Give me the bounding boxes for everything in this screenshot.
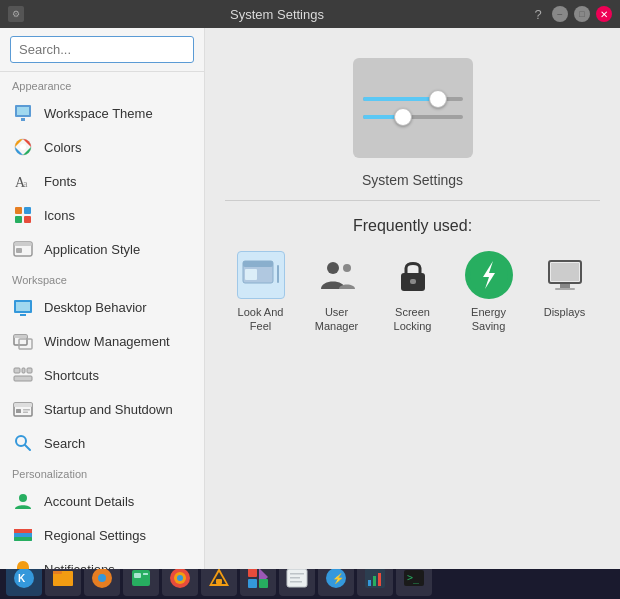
sidebar-item-startup-shutdown-label: Startup and Shutdown xyxy=(44,402,173,417)
freq-item-screen-locking[interactable]: Screen Locking xyxy=(383,251,443,334)
window-icon xyxy=(12,330,34,352)
svg-rect-8 xyxy=(24,207,31,214)
fonts-icon: Aa xyxy=(12,170,34,192)
sidebar-item-startup-shutdown[interactable]: Startup and Shutdown xyxy=(0,392,204,426)
minimize-button[interactable]: − xyxy=(552,6,568,22)
help-button[interactable]: ? xyxy=(530,6,546,22)
freq-label-look-feel: Look And Feel xyxy=(231,305,291,334)
sidebar-item-notifications[interactable]: Notifications xyxy=(0,552,204,569)
sidebar-item-window-management[interactable]: Window Management xyxy=(0,324,204,358)
slider-row-1 xyxy=(363,97,463,101)
shortcuts-icon xyxy=(12,364,34,386)
svg-rect-28 xyxy=(23,412,28,414)
sidebar-item-workspace-theme[interactable]: Workspace Theme xyxy=(0,96,204,130)
section-workspace: Workspace xyxy=(0,266,204,290)
titlebar-controls: ? − □ ✕ xyxy=(530,6,612,22)
sidebar-item-notifications-label: Notifications xyxy=(44,562,115,570)
sidebar: Appearance Workspace Theme Colors Aa Fon… xyxy=(0,28,205,569)
frequently-used-title: Frequently used: xyxy=(353,217,472,235)
svg-rect-10 xyxy=(24,216,31,223)
sidebar-item-shortcuts-label: Shortcuts xyxy=(44,368,99,383)
freq-label-displays: Displays xyxy=(544,305,586,319)
slider-fill-1 xyxy=(363,97,438,101)
freq-item-user-manager[interactable]: User Manager xyxy=(307,251,367,334)
window-title: System Settings xyxy=(24,7,530,22)
sidebar-item-search-label: Search xyxy=(44,436,85,451)
svg-rect-74 xyxy=(368,580,371,586)
svg-rect-69 xyxy=(290,577,300,579)
colors-icon xyxy=(12,136,34,158)
svg-rect-37 xyxy=(243,261,273,267)
svg-rect-33 xyxy=(14,529,32,533)
svg-rect-18 xyxy=(14,335,27,338)
sidebar-item-shortcuts[interactable]: Shortcuts xyxy=(0,358,204,392)
svg-point-40 xyxy=(327,262,339,274)
svg-rect-52 xyxy=(53,571,62,574)
screen-locking-icon xyxy=(389,251,437,299)
slider-thumb-1 xyxy=(429,90,447,108)
sidebar-item-colors[interactable]: Colors xyxy=(0,130,204,164)
svg-rect-47 xyxy=(560,284,570,288)
svg-line-30 xyxy=(25,445,30,450)
sidebar-item-application-style[interactable]: Application Style xyxy=(0,232,204,266)
svg-rect-46 xyxy=(551,263,579,281)
svg-rect-27 xyxy=(23,409,30,411)
notifications-icon xyxy=(12,558,34,569)
svg-rect-38 xyxy=(245,269,257,280)
titlebar: ⚙ System Settings ? − □ ✕ xyxy=(0,0,620,28)
slider-thumb-2 xyxy=(394,108,412,126)
sidebar-item-search[interactable]: Search xyxy=(0,426,204,460)
svg-rect-26 xyxy=(16,409,21,413)
svg-text:⚡: ⚡ xyxy=(332,572,345,585)
sidebar-item-regional-settings-label: Regional Settings xyxy=(44,528,146,543)
sidebar-item-window-management-label: Window Management xyxy=(44,334,170,349)
svg-rect-75 xyxy=(373,576,376,586)
svg-rect-19 xyxy=(19,339,32,349)
account-icon xyxy=(12,490,34,512)
svg-rect-63 xyxy=(216,579,222,584)
svg-rect-23 xyxy=(14,376,32,381)
sidebar-item-icons[interactable]: Icons xyxy=(0,198,204,232)
sidebar-item-account-details-label: Account Details xyxy=(44,494,134,509)
svg-point-31 xyxy=(19,494,27,502)
maximize-button[interactable]: □ xyxy=(574,6,590,22)
freq-label-user-manager: User Manager xyxy=(307,305,367,334)
svg-rect-57 xyxy=(143,573,148,575)
svg-text:a: a xyxy=(23,178,28,189)
svg-point-41 xyxy=(343,264,351,272)
search-sidebar-icon xyxy=(12,432,34,454)
freq-item-displays[interactable]: Displays xyxy=(535,251,595,334)
sidebar-item-fonts[interactable]: Aa Fonts xyxy=(0,164,204,198)
content-divider xyxy=(225,200,600,201)
svg-rect-66 xyxy=(259,579,268,588)
search-input[interactable] xyxy=(10,36,194,63)
section-appearance: Appearance xyxy=(0,72,204,96)
slider-track-2 xyxy=(363,115,463,119)
svg-point-4 xyxy=(20,144,26,150)
freq-label-screen-locking: Screen Locking xyxy=(383,305,443,334)
desktop-icon xyxy=(12,296,34,318)
svg-rect-25 xyxy=(14,403,32,407)
svg-point-60 xyxy=(177,575,183,581)
look-feel-icon xyxy=(237,251,285,299)
svg-rect-20 xyxy=(14,368,20,373)
close-button[interactable]: ✕ xyxy=(596,6,612,22)
section-personalization: Personalization xyxy=(0,460,204,484)
sidebar-item-desktop-behavior-label: Desktop Behavior xyxy=(44,300,147,315)
freq-item-look-feel[interactable]: Look And Feel xyxy=(231,251,291,334)
sidebar-item-account-details[interactable]: Account Details xyxy=(0,484,204,518)
main-window: Appearance Workspace Theme Colors Aa Fon… xyxy=(0,28,620,569)
sidebar-item-application-style-label: Application Style xyxy=(44,242,140,257)
appstyle-icon xyxy=(12,238,34,260)
regional-icon xyxy=(12,524,34,546)
sidebar-item-desktop-behavior[interactable]: Desktop Behavior xyxy=(0,290,204,324)
svg-rect-21 xyxy=(22,368,25,373)
settings-icon-box xyxy=(353,58,473,158)
svg-rect-16 xyxy=(20,314,26,316)
user-manager-icon xyxy=(313,251,361,299)
freq-item-energy-saving[interactable]: Energy Saving xyxy=(459,251,519,334)
content-title: System Settings xyxy=(362,172,463,188)
displays-icon xyxy=(541,251,589,299)
sidebar-item-regional-settings[interactable]: Regional Settings xyxy=(0,518,204,552)
svg-rect-7 xyxy=(15,207,22,214)
